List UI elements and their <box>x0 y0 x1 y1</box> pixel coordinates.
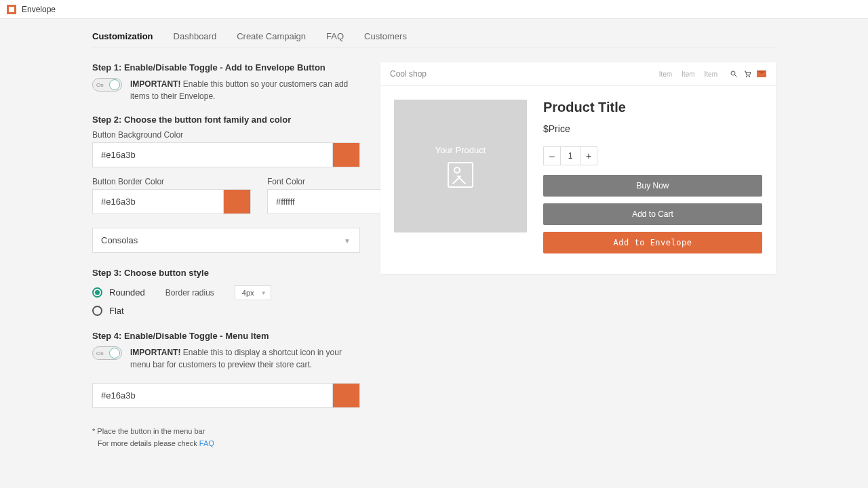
radio-rounded-label: Rounded <box>109 287 145 298</box>
footer-note: * Place the button in the menu bar For m… <box>92 426 360 449</box>
preview-buy-button[interactable]: Buy Now <box>543 175 762 197</box>
step3-title: Step 3: Choose button style <box>92 268 360 278</box>
radio-flat-label: Flat <box>109 306 124 316</box>
preview-qty-stepper: – 1 + <box>543 146 762 165</box>
border-color-input[interactable] <box>92 189 224 214</box>
tab-faq[interactable]: FAQ <box>326 26 344 47</box>
settings-panel: Step 1: Enable/Disable Toggle - Add to E… <box>92 62 360 449</box>
qty-value: 1 <box>561 146 580 165</box>
chevron-down-icon: ▼ <box>261 290 267 296</box>
toggle-knob-icon <box>109 79 120 90</box>
radius-label: Border radius <box>165 288 214 298</box>
tab-customization[interactable]: Customization <box>92 26 153 47</box>
preview-shop-name: Cool shop <box>390 69 427 79</box>
svg-line-1 <box>735 75 737 77</box>
bg-color-input[interactable] <box>92 142 333 167</box>
radio-rounded[interactable] <box>92 287 102 298</box>
step2-title: Step 2: Choose the button font family an… <box>92 115 360 125</box>
toggle-add-to-envelope[interactable]: On <box>92 78 122 92</box>
tab-create-campaign[interactable]: Create Campaign <box>237 26 306 47</box>
svg-point-0 <box>731 71 735 75</box>
radio-flat[interactable] <box>92 306 102 316</box>
nav-tabs: Customization Dashboard Create Campaign … <box>92 19 776 47</box>
step4-title: Step 4: Enable/Disable Toggle - Menu Ite… <box>92 331 360 341</box>
border-color-swatch[interactable] <box>224 189 251 214</box>
preview-menu-item: Item <box>682 70 694 78</box>
svg-point-2 <box>746 76 747 77</box>
tab-customers[interactable]: Customers <box>364 26 407 47</box>
preview-menu-item: Item <box>659 70 672 78</box>
bg-color-swatch[interactable] <box>333 142 360 167</box>
preview-menu-item: Item <box>705 70 717 78</box>
toggle-knob-icon <box>109 348 120 359</box>
preview-envelope-button[interactable]: Add to Envelope <box>543 232 762 253</box>
image-placeholder-icon <box>448 162 473 188</box>
envelope-icon <box>757 70 766 77</box>
preview-menu: Item Item Item <box>659 70 717 78</box>
qty-minus-button[interactable]: – <box>543 146 561 165</box>
step1-note: IMPORTANT! Enable this button so your cu… <box>130 78 360 102</box>
app-logo-icon <box>7 5 16 14</box>
radius-select[interactable]: 4px▼ <box>235 285 271 300</box>
step1-title: Step 1: Enable/Disable Toggle - Add to E… <box>92 62 360 73</box>
faq-link[interactable]: FAQ <box>199 439 214 447</box>
preview-cart-button[interactable]: Add to Cart <box>543 203 762 225</box>
tab-dashboard[interactable]: Dashboard <box>174 26 217 47</box>
cart-icon <box>743 70 751 78</box>
svg-point-3 <box>749 76 750 77</box>
preview-card: Cool shop Item Item Item Your Product <box>380 62 776 274</box>
font-family-select[interactable]: Consolas <box>92 228 360 253</box>
border-color-label: Button Border Color <box>92 177 251 186</box>
search-icon <box>730 70 738 78</box>
preview-product-title: Product Title <box>543 100 762 115</box>
menu-icon-color-input[interactable] <box>92 383 333 408</box>
qty-plus-button[interactable]: + <box>580 146 597 165</box>
preview-product-price: $Price <box>543 123 762 134</box>
toggle-menu-item[interactable]: On <box>92 346 122 360</box>
preview-product-image: Your Product <box>394 100 527 232</box>
app-title: Envelope <box>22 5 56 14</box>
font-color-input[interactable] <box>267 189 399 214</box>
chevron-down-icon: ▼ <box>344 237 351 244</box>
bg-color-label: Button Background Color <box>92 130 360 140</box>
menu-icon-color-swatch[interactable] <box>333 383 360 408</box>
step4-note: IMPORTANT! Enable this to display a shor… <box>130 346 360 371</box>
top-bar: Envelope <box>0 0 868 19</box>
